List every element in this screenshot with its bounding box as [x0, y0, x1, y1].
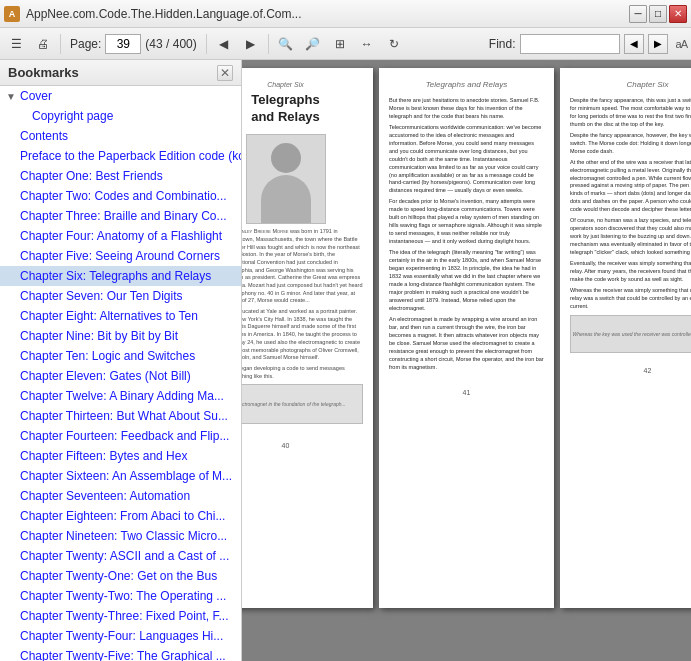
- sidebar-header: Bookmarks ✕: [0, 60, 241, 86]
- bookmark-item-ch6[interactable]: Chapter Six: Telegraphs and Relays: [0, 266, 241, 286]
- find-options-label: aA: [676, 38, 687, 50]
- pdf-page-41: Telegraphs and Relays But there are just…: [379, 68, 554, 608]
- rotate-button[interactable]: ↻: [382, 32, 406, 56]
- fit-page-button[interactable]: ⊞: [328, 32, 352, 56]
- bookmark-item-ch10[interactable]: Chapter Ten: Logic and Switches: [0, 346, 241, 366]
- print-button[interactable]: 🖨: [31, 32, 55, 56]
- bookmark-label-contents: Contents: [20, 129, 68, 143]
- pdf-page-42: Chapter Six Despite the fancy appearance…: [560, 68, 691, 608]
- bookmark-label-ch21: Chapter Twenty-One: Get on the Bus: [20, 569, 217, 583]
- bookmarks-list[interactable]: ▼Cover Copyright page Contents Preface t…: [0, 86, 241, 661]
- title-bar: A AppNee.com.Code.The.Hidden.Language.of…: [0, 0, 691, 28]
- bookmark-label-ch3: Chapter Three: Braille and Binary Co...: [20, 209, 227, 223]
- sidebar-close-button[interactable]: ✕: [217, 65, 233, 81]
- bookmark-label-ch17: Chapter Seventeen: Automation: [20, 489, 190, 503]
- bookmark-label-ch4: Chapter Four: Anatomy of a Flashlight: [20, 229, 222, 243]
- fit-width-button[interactable]: ↔: [355, 32, 379, 56]
- bookmark-label-ch5: Chapter Five: Seeing Around Corners: [20, 249, 220, 263]
- bookmark-item-preface[interactable]: Preface to the Paperback Edition code (k…: [0, 146, 241, 166]
- bookmark-label-ch25: Chapter Twenty-Five: The Graphical ...: [20, 649, 226, 661]
- toolbar-separator-3: [268, 34, 269, 54]
- bookmark-item-ch3[interactable]: Chapter Three: Braille and Binary Co...: [0, 206, 241, 226]
- app-icon-letter: A: [9, 9, 16, 19]
- page-42-content: Chapter Six Despite the fancy appearance…: [560, 68, 691, 365]
- menu-button[interactable]: ☰: [4, 32, 28, 56]
- toolbar: ☰ 🖨 Page: (43 / 400) ◀ ▶ 🔍 🔎 ⊞ ↔ ↻ Find:…: [0, 28, 691, 60]
- app-icon: A: [4, 6, 20, 22]
- find-input[interactable]: [520, 34, 620, 54]
- page-label: Page:: [70, 37, 101, 51]
- bookmark-label-ch15: Chapter Fifteen: Bytes and Hex: [20, 449, 187, 463]
- find-prev-button[interactable]: ◀: [624, 34, 644, 54]
- bookmark-label-ch10: Chapter Ten: Logic and Switches: [20, 349, 195, 363]
- page-number-input[interactable]: [105, 34, 141, 54]
- bookmark-item-ch16[interactable]: Chapter Sixteen: An Assemblage of M...: [0, 466, 241, 486]
- bookmark-item-contents[interactable]: Contents: [0, 126, 241, 146]
- next-page-button[interactable]: ▶: [239, 32, 263, 56]
- zoom-in-button[interactable]: 🔎: [301, 32, 325, 56]
- bookmark-item-ch18[interactable]: Chapter Eighteen: From Abaci to Chi...: [0, 506, 241, 526]
- page-40-number: 40: [242, 440, 373, 451]
- page-42-text: Despite the fancy appearance, this was j…: [570, 97, 691, 311]
- bookmark-item-ch19[interactable]: Chapter Nineteen: Two Classic Micro...: [0, 526, 241, 546]
- bookmark-item-ch8[interactable]: Chapter Eight: Alternatives to Ten: [0, 306, 241, 326]
- bookmark-label-ch18: Chapter Eighteen: From Abaci to Chi...: [20, 509, 225, 523]
- page-41-number: 41: [379, 387, 554, 398]
- maximize-button[interactable]: □: [649, 5, 667, 23]
- bookmark-item-ch25[interactable]: Chapter Twenty-Five: The Graphical ...: [0, 646, 241, 661]
- bookmark-item-ch5[interactable]: Chapter Five: Seeing Around Corners: [0, 246, 241, 266]
- bookmark-item-ch22[interactable]: Chapter Twenty-Two: The Operating ...: [0, 586, 241, 606]
- portrait-image: [246, 134, 326, 224]
- bookmark-item-ch7[interactable]: Chapter Seven: Our Ten Digits: [0, 286, 241, 306]
- bookmark-label-ch13: Chapter Thirteen: But What About Su...: [20, 409, 228, 423]
- minimize-button[interactable]: ─: [629, 5, 647, 23]
- bookmark-item-ch4[interactable]: Chapter Four: Anatomy of a Flashlight: [0, 226, 241, 246]
- bookmark-item-ch20[interactable]: Chapter Twenty: ASCII and a Cast of ...: [0, 546, 241, 566]
- page-42-section-label: Chapter Six: [570, 80, 691, 91]
- page-42-number: 42: [560, 365, 691, 376]
- pdf-viewer: Chapter Six Telegraphsand Relays S amuel…: [242, 60, 691, 661]
- bookmark-item-cover[interactable]: ▼Cover: [0, 86, 241, 106]
- toolbar-separator-1: [60, 34, 61, 54]
- bookmark-label-cover: Cover: [20, 89, 52, 103]
- bookmark-label-ch22: Chapter Twenty-Two: The Operating ...: [20, 589, 226, 603]
- bookmark-item-ch2[interactable]: Chapter Two: Codes and Combinatio...: [0, 186, 241, 206]
- bookmark-label-ch24: Chapter Twenty-Four: Languages Hi...: [20, 629, 223, 643]
- expand-icon-cover: ▼: [6, 91, 18, 102]
- find-label: Find:: [489, 37, 516, 51]
- bookmark-item-ch14[interactable]: Chapter Fourteen: Feedback and Flip...: [0, 426, 241, 446]
- prev-page-button[interactable]: ◀: [212, 32, 236, 56]
- bookmark-item-ch13[interactable]: Chapter Thirteen: But What About Su...: [0, 406, 241, 426]
- zoom-out-button[interactable]: 🔍: [274, 32, 298, 56]
- bookmark-item-ch12[interactable]: Chapter Twelve: A Binary Adding Ma...: [0, 386, 241, 406]
- bookmark-item-ch15[interactable]: Chapter Fifteen: Bytes and Hex: [0, 446, 241, 466]
- pages-container[interactable]: Chapter Six Telegraphsand Relays S amuel…: [242, 60, 691, 661]
- close-button[interactable]: ✕: [669, 5, 687, 23]
- bookmark-item-ch23[interactable]: Chapter Twenty-Three: Fixed Point, F...: [0, 606, 241, 626]
- page-41-text: But there are just hesitations to anecdo…: [389, 97, 544, 372]
- window-title: AppNee.com.Code.The.Hidden.Language.of.C…: [26, 7, 629, 21]
- bookmark-label-ch19: Chapter Nineteen: Two Classic Micro...: [20, 529, 227, 543]
- bookmark-label-ch23: Chapter Twenty-Three: Fixed Point, F...: [20, 609, 229, 623]
- bookmark-label-ch12: Chapter Twelve: A Binary Adding Ma...: [20, 389, 224, 403]
- telegraph-image: The electromagnet in the foundation of t…: [242, 384, 363, 424]
- bookmark-item-ch24[interactable]: Chapter Twenty-Four: Languages Hi...: [0, 626, 241, 646]
- page-navigation: Page: (43 / 400): [70, 34, 197, 54]
- sidebar-title: Bookmarks: [8, 65, 79, 80]
- find-next-button[interactable]: ▶: [648, 34, 668, 54]
- bookmark-item-ch9[interactable]: Chapter Nine: Bit by Bit by Bit: [0, 326, 241, 346]
- bookmark-label-ch14: Chapter Fourteen: Feedback and Flip...: [20, 429, 229, 443]
- relay-image: Whereas the key was used the receiver wa…: [570, 315, 691, 353]
- bookmark-item-copyright[interactable]: Copyright page: [0, 106, 241, 126]
- bookmark-item-ch1[interactable]: Chapter One: Best Friends: [0, 166, 241, 186]
- window-controls: ─ □ ✕: [629, 5, 687, 23]
- bookmark-label-copyright: Copyright page: [32, 109, 113, 123]
- bookmark-label-ch8: Chapter Eight: Alternatives to Ten: [20, 309, 198, 323]
- bookmarks-panel: Bookmarks ✕ ▼Cover Copyright page Conten…: [0, 60, 242, 661]
- chapter-heading: Chapter Six Telegraphsand Relays: [242, 80, 363, 126]
- bookmark-item-ch11[interactable]: Chapter Eleven: Gates (Not Bill): [0, 366, 241, 386]
- bookmark-item-ch21[interactable]: Chapter Twenty-One: Get on the Bus: [0, 566, 241, 586]
- page-41-content: Telegraphs and Relays But there are just…: [379, 68, 554, 387]
- page-41-section-label: Telegraphs and Relays: [389, 80, 544, 91]
- bookmark-item-ch17[interactable]: Chapter Seventeen: Automation: [0, 486, 241, 506]
